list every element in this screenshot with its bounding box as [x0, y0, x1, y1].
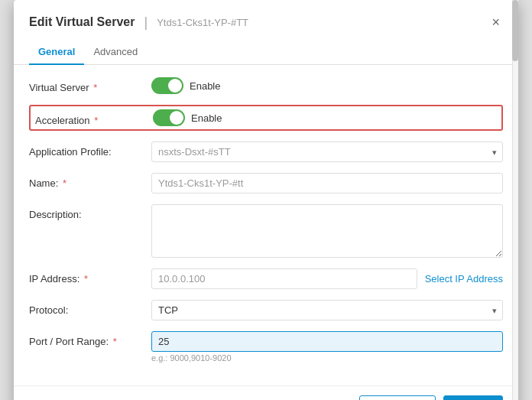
- application-profile-select[interactable]: nsxts-Dsxt-#sTT: [151, 141, 503, 162]
- acceleration-toggle-thumb: [170, 111, 183, 125]
- dialog-title-text: Edit Virtual Server: [29, 15, 135, 29]
- application-profile-label: Application Profile:: [29, 141, 151, 158]
- protocol-control: TCP UDP ANY ▾: [151, 300, 503, 320]
- tab-general[interactable]: General: [29, 40, 84, 65]
- ip-address-required: *: [84, 273, 88, 285]
- application-profile-control: nsxts-Dsxt-#sTT ▾: [151, 141, 503, 162]
- close-button[interactable]: ×: [488, 12, 503, 32]
- port-range-input[interactable]: [151, 331, 503, 352]
- description-row: Description:: [29, 204, 503, 258]
- acceleration-control: Enable: [153, 109, 497, 126]
- tab-bar: General Advanced: [14, 40, 518, 65]
- acceleration-required: *: [94, 115, 98, 126]
- acceleration-row: Acceleration * Enable: [29, 105, 503, 131]
- acceleration-toggle[interactable]: [153, 109, 185, 126]
- dialog-body: Virtual Server * Enable Acceleration *: [14, 65, 518, 385]
- port-range-control: e.g.: 9000,9010-9020: [151, 331, 503, 363]
- ip-address-label: IP Address: *: [29, 268, 151, 285]
- application-profile-row: Application Profile: nsxts-Dsxt-#sTT ▾: [29, 141, 503, 162]
- ip-address-row: IP Address: * Select IP Address: [29, 268, 503, 289]
- protocol-select[interactable]: TCP UDP ANY: [151, 300, 503, 320]
- port-range-label: Port / Port Range: *: [29, 331, 151, 347]
- ip-address-control: Select IP Address: [151, 268, 503, 289]
- virtual-server-required: *: [93, 82, 97, 93]
- protocol-label: Protocol:: [29, 300, 151, 316]
- protocol-row: Protocol: TCP UDP ANY ▾: [29, 300, 503, 320]
- description-label: Description:: [29, 204, 151, 220]
- acceleration-toggle-wrap: Enable: [153, 109, 222, 126]
- save-button[interactable]: SAVE: [443, 395, 503, 400]
- scrollbar-track[interactable]: [512, 0, 518, 400]
- description-control: [151, 204, 503, 258]
- name-control: [151, 173, 503, 193]
- title-separator: |: [144, 15, 148, 31]
- scrollbar-thumb[interactable]: [512, 0, 518, 61]
- description-input[interactable]: [151, 204, 503, 258]
- edit-virtual-server-dialog: Edit Virtual Server | Ytds1-Cks1t-YP-#TT…: [14, 0, 518, 400]
- port-range-col: e.g.: 9000,9010-9020: [151, 331, 503, 363]
- port-range-required: *: [113, 336, 117, 347]
- ip-address-input[interactable]: [151, 268, 417, 289]
- tab-advanced[interactable]: Advanced: [84, 40, 147, 65]
- virtual-server-enable-label: Enable: [190, 80, 220, 92]
- virtual-server-control: Enable: [151, 77, 503, 94]
- acceleration-enable-label: Enable: [191, 112, 222, 124]
- virtual-server-toggle[interactable]: [151, 77, 183, 94]
- name-input[interactable]: [151, 173, 503, 193]
- name-label: Name: *: [29, 173, 151, 189]
- select-ip-address-link[interactable]: Select IP Address: [425, 273, 503, 285]
- dialog-footer: CANCEL SAVE: [14, 385, 518, 400]
- protocol-dropdown-wrap: TCP UDP ANY ▾: [151, 300, 503, 320]
- dialog-subtitle-text: Ytds1-Cks1t-YP-#TT: [157, 17, 248, 28]
- dialog-header: Edit Virtual Server | Ytds1-Cks1t-YP-#TT…: [14, 0, 518, 32]
- port-range-row: Port / Port Range: * e.g.: 9000,9010-902…: [29, 331, 503, 363]
- virtual-server-label: Virtual Server *: [29, 77, 151, 93]
- cancel-button[interactable]: CANCEL: [359, 395, 435, 400]
- acceleration-label: Acceleration *: [35, 110, 153, 126]
- name-row: Name: *: [29, 173, 503, 193]
- port-range-hint: e.g.: 9000,9010-9020: [151, 353, 503, 363]
- application-profile-dropdown-wrap: nsxts-Dsxt-#sTT ▾: [151, 141, 503, 162]
- virtual-server-toggle-thumb: [168, 79, 182, 93]
- name-required: *: [63, 177, 66, 189]
- virtual-server-toggle-wrap: Enable: [151, 77, 220, 94]
- dialog-title: Edit Virtual Server | Ytds1-Cks1t-YP-#TT: [29, 15, 248, 31]
- virtual-server-row: Virtual Server * Enable: [29, 77, 503, 94]
